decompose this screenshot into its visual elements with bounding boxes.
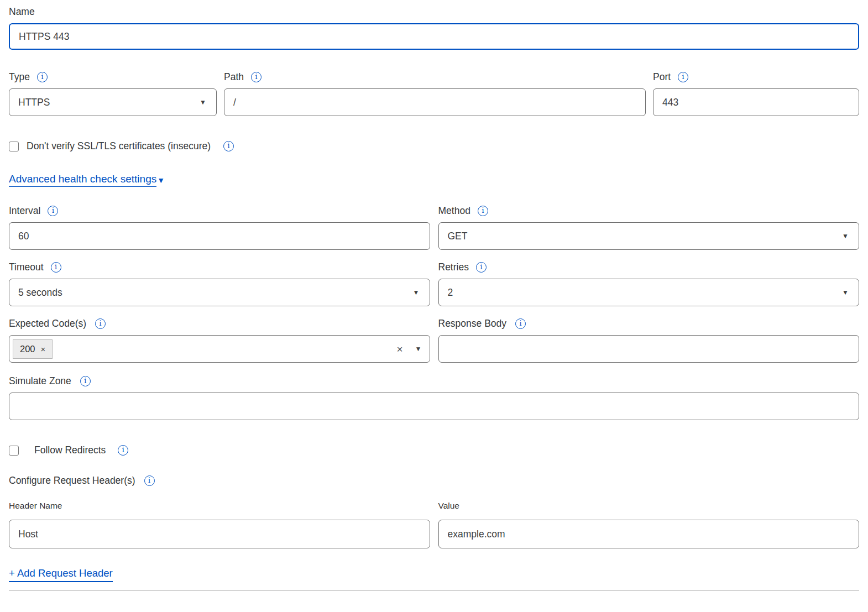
timeout-label: Timeout bbox=[9, 261, 44, 273]
method-info-icon[interactable]: i bbox=[478, 206, 488, 216]
ssl-verify-row: Don't verify SSL/TLS certificates (insec… bbox=[9, 140, 859, 152]
port-label: Port bbox=[653, 71, 671, 83]
timeout-field: Timeout i 5 seconds ▼ bbox=[9, 261, 430, 306]
chevron-down-icon[interactable]: ▼ bbox=[415, 346, 422, 352]
header-row: Header Name Value bbox=[9, 487, 859, 548]
retries-label: Retries bbox=[438, 261, 469, 273]
request-headers-title: Configure Request Header(s) bbox=[9, 475, 135, 487]
simulate-zone-info-icon[interactable]: i bbox=[80, 376, 91, 386]
advanced-settings-link[interactable]: Advanced health check settings ▼ bbox=[9, 173, 165, 187]
bottom-divider bbox=[9, 590, 859, 591]
header-value-input[interactable] bbox=[438, 520, 860, 548]
ssl-verify-checkbox[interactable] bbox=[9, 142, 19, 151]
retries-info-icon[interactable]: i bbox=[476, 262, 487, 273]
expected-codes-multiselect[interactable]: 200 × × ▼ bbox=[9, 335, 430, 363]
port-input[interactable] bbox=[653, 88, 859, 116]
name-label-row: Name bbox=[9, 6, 859, 18]
retries-field: Retries i 2 ▼ bbox=[438, 261, 860, 306]
request-headers-info-icon[interactable]: i bbox=[144, 475, 155, 486]
follow-redirects-row: Follow Redirects i bbox=[9, 444, 859, 456]
path-label: Path bbox=[224, 71, 244, 83]
header-value-column: Value bbox=[438, 487, 860, 548]
method-field: Method i GET ▼ bbox=[438, 205, 860, 250]
timeout-info-icon[interactable]: i bbox=[51, 262, 61, 273]
response-body-label: Response Body bbox=[438, 317, 507, 329]
method-select[interactable]: GET ▼ bbox=[438, 222, 860, 250]
header-name-column: Header Name bbox=[9, 487, 430, 548]
interval-method-row: Interval i Method i GET ▼ bbox=[9, 205, 859, 250]
type-label: Type bbox=[9, 71, 30, 83]
port-field: Port i bbox=[653, 71, 859, 116]
header-name-label: Header Name bbox=[9, 501, 430, 511]
path-field: Path i bbox=[224, 71, 646, 116]
remove-tag-icon[interactable]: × bbox=[41, 344, 46, 354]
interval-label: Interval bbox=[9, 205, 40, 217]
expected-code-tag-value: 200 bbox=[20, 344, 35, 354]
type-field: Type i HTTPS ▼ bbox=[9, 71, 217, 116]
ssl-verify-label: Don't verify SSL/TLS certificates (insec… bbox=[27, 140, 211, 152]
timeout-select-value: 5 seconds bbox=[18, 287, 62, 299]
port-info-icon[interactable]: i bbox=[678, 72, 688, 82]
header-name-input[interactable] bbox=[9, 520, 430, 548]
chevron-down-icon: ▼ bbox=[413, 289, 420, 296]
expected-code-tag: 200 × bbox=[13, 339, 53, 359]
timeout-select[interactable]: 5 seconds ▼ bbox=[9, 279, 430, 306]
simulate-zone-input[interactable] bbox=[9, 393, 859, 420]
header-value-label: Value bbox=[438, 501, 860, 511]
advanced-settings-link-text: Advanced health check settings bbox=[9, 173, 156, 187]
name-input[interactable] bbox=[9, 23, 859, 50]
chevron-down-icon: ▼ bbox=[842, 289, 849, 296]
expected-codes-field: Expected Code(s) i 200 × × ▼ bbox=[9, 317, 430, 363]
path-input[interactable] bbox=[224, 88, 646, 116]
clear-all-icon[interactable]: × bbox=[397, 344, 403, 354]
follow-redirects-label: Follow Redirects bbox=[34, 444, 106, 456]
type-select-value: HTTPS bbox=[18, 97, 50, 108]
name-label: Name bbox=[9, 6, 35, 18]
follow-redirects-checkbox[interactable] bbox=[9, 446, 19, 456]
simulate-zone-label: Simulate Zone bbox=[9, 375, 71, 387]
add-request-header-link[interactable]: + Add Request Header bbox=[9, 567, 113, 582]
request-headers-title-row: Configure Request Header(s) i bbox=[9, 475, 859, 487]
timeout-retries-row: Timeout i 5 seconds ▼ Retries i 2 ▼ bbox=[9, 261, 859, 306]
type-info-icon[interactable]: i bbox=[37, 72, 48, 82]
path-info-icon[interactable]: i bbox=[251, 72, 262, 82]
response-body-input[interactable] bbox=[438, 335, 860, 363]
response-body-field: Response Body i bbox=[438, 317, 860, 363]
retries-select-value: 2 bbox=[448, 287, 453, 299]
method-label: Method bbox=[438, 205, 470, 217]
chevron-down-icon: ▼ bbox=[842, 233, 849, 239]
type-select[interactable]: HTTPS ▼ bbox=[9, 88, 217, 116]
type-path-port-row: Type i HTTPS ▼ Path i Port i bbox=[9, 71, 859, 116]
ssl-verify-info-icon[interactable]: i bbox=[223, 141, 234, 151]
interval-info-icon[interactable]: i bbox=[48, 206, 58, 216]
expected-codes-info-icon[interactable]: i bbox=[95, 318, 106, 329]
method-select-value: GET bbox=[448, 231, 468, 242]
follow-redirects-info-icon[interactable]: i bbox=[118, 445, 128, 456]
interval-input[interactable] bbox=[9, 222, 430, 250]
codes-body-row: Expected Code(s) i 200 × × ▼ Response Bo… bbox=[9, 317, 859, 363]
chevron-down-icon: ▼ bbox=[200, 99, 206, 106]
response-body-info-icon[interactable]: i bbox=[515, 318, 526, 329]
retries-select[interactable]: 2 ▼ bbox=[438, 279, 860, 306]
simulate-zone-field: Simulate Zone i bbox=[9, 375, 859, 420]
interval-field: Interval i bbox=[9, 205, 430, 250]
chevron-down-icon: ▼ bbox=[157, 176, 165, 185]
expected-codes-label: Expected Code(s) bbox=[9, 317, 86, 329]
